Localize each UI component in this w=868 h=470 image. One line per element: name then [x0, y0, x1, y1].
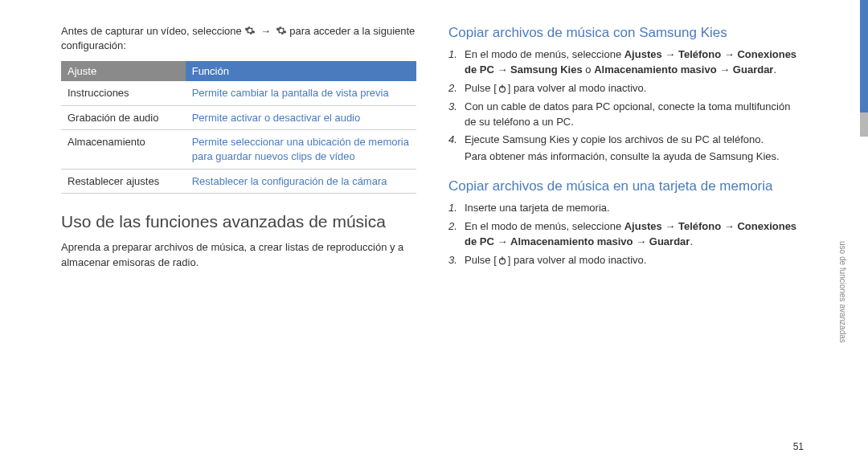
main-paragraph: Aprenda a preparar archivos de música, a…: [61, 240, 416, 269]
section-heading-kies: Copiar archivos de música con Samsung Ki…: [448, 24, 804, 41]
table-row: Almacenamiento Permite seleccionar una u…: [61, 130, 416, 169]
list-item: En el modo de menús, seleccione Ajustes …: [448, 219, 804, 250]
gear-icon: [276, 25, 287, 36]
main-heading: Uso de las funciones avanzadas de música: [61, 211, 416, 232]
setting-cell: Almacenamiento: [61, 130, 186, 169]
list-item: En el modo de menús, seleccione Ajustes …: [448, 47, 804, 78]
side-tab-label: uso de funciones avanzadas: [838, 241, 847, 343]
steps-list-memory: Inserte una tarjeta de memoria. En el mo…: [448, 201, 804, 268]
function-cell: Permite seleccionar una ubicación de mem…: [186, 130, 416, 169]
arrow-icon: →: [259, 25, 272, 37]
function-cell: Restablecer la configuración de la cámar…: [186, 169, 416, 194]
function-cell: Permite activar o desactivar el audio: [186, 105, 416, 130]
list-item: Pulse [] para volver al modo inactivo.: [448, 81, 804, 96]
right-column: Copiar archivos de música con Samsung Ki…: [448, 24, 804, 281]
table-row: Grabación de audio Permite activar o des…: [61, 105, 416, 130]
setting-cell: Instrucciones: [61, 81, 186, 105]
list-item: Inserte una tarjeta de memoria.: [448, 201, 804, 216]
list-item: Pulse [] para volver al modo inactivo.: [448, 253, 804, 268]
setting-cell: Restablecer ajustes: [61, 169, 186, 194]
steps-list-kies: En el modo de menús, seleccione Ajustes …: [448, 47, 804, 165]
table-header-setting: Ajuste: [61, 61, 186, 81]
setting-cell: Grabación de audio: [61, 105, 186, 130]
tab-segment-gray: [860, 112, 868, 137]
settings-table: Ajuste Función Instrucciones Permite cam…: [61, 61, 416, 194]
table-header-function: Función: [186, 61, 416, 81]
section-heading-memory: Copiar archivos de música en una tarjeta…: [448, 178, 804, 194]
page-number: 51: [793, 441, 804, 452]
list-item: Con un cable de datos para PC opcional, …: [448, 100, 804, 130]
step-note: Para obtener más información, consulte l…: [465, 149, 804, 165]
tab-segment-blue: [860, 0, 868, 112]
power-icon: [497, 255, 508, 266]
list-item: Ejecute Samsung Kies y copie los archivo…: [448, 133, 804, 165]
svg-rect-1: [502, 84, 502, 88]
intro-paragraph: Antes de capturar un vídeo, seleccione →…: [61, 24, 416, 53]
table-row: Instrucciones Permite cambiar la pantall…: [61, 81, 416, 105]
function-cell: Permite cambiar la pantalla de vista pre…: [186, 81, 416, 105]
gear-icon: [244, 25, 256, 36]
side-tab: uso de funciones avanzadas: [852, 0, 868, 470]
table-row: Restablecer ajustes Restablecer la confi…: [61, 169, 416, 194]
left-column: Antes de capturar un vídeo, seleccione →…: [61, 24, 416, 281]
power-icon: [497, 83, 508, 94]
intro-text-pre: Antes de capturar un vídeo, seleccione: [61, 25, 244, 37]
svg-rect-3: [502, 256, 502, 260]
